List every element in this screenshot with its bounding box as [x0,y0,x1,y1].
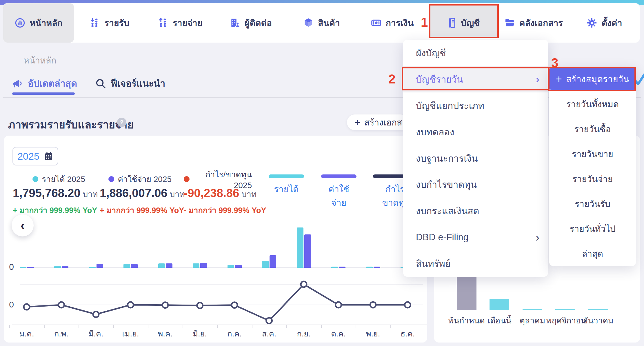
annotation-step-3: 3 [551,56,558,70]
search-icon [95,78,106,89]
nav-label: หน้าหลัก [30,16,62,30]
contacts-icon [230,17,241,28]
nav-income[interactable]: รายรับ [74,3,145,43]
income-expense-card: 2025 รายได้ 2025 1,795,768.20บาท + มากกว… [4,136,427,343]
menu-item-balance-sheet[interactable]: งบฐานะการเงิน [403,145,548,172]
submenu-item-journal-receipt[interactable]: รายวันรับ [549,191,636,216]
axis-tick [390,325,391,328]
product-box-icon [303,17,314,28]
axis-tick [321,325,322,328]
axis-tick [183,325,183,328]
calendar-icon [44,152,53,161]
ledger-book-icon [446,17,457,28]
axis-tick [252,325,252,328]
line-grid-zero [20,305,423,305]
menu-item-trial-balance[interactable]: งบทดลอง [403,119,548,145]
tab-label: อัปเดตล่าสุด [28,76,77,91]
nav-finance[interactable]: การเงิน [357,3,427,43]
create-document-label: สร้างเอกสาร [364,116,408,129]
nav-expense[interactable]: รายจ่าย [145,3,215,43]
nav-settings[interactable]: ตั้งค่า [569,3,640,43]
income-expense-chart: ม.ค.ก.พ.มี.ค.เม.ย.พ.ค.มิ.ย.ก.ค.ส.ค.ก.ย.ต… [4,136,427,343]
create-journal-label: สร้างสมุดรายวัน [566,72,629,86]
submenu-item-journal-general[interactable]: รายวันทั่วไป [549,216,636,241]
metric-yoy: + มากกว่า 999.99% YoY [100,204,172,216]
money-icon [371,17,382,28]
menu-item-label: สินทรัพย์ [416,256,539,271]
menu-item-label: งบฐานะการเงิน [416,151,539,166]
docs-bar [490,299,509,310]
expense-icon [158,17,169,28]
toggle-label: รายได้ [269,182,304,196]
metric-income: รายได้ 2025 1,795,768.20บาท + มากกว่า 99… [13,174,85,216]
metric-profit: กำไร/ขาดทุน 2025 -90,238.86บาท - มากกว่า… [184,174,252,216]
profit-dot [184,176,190,182]
chart-scroll-left-button[interactable]: ‹ [12,214,34,236]
month-label: มิ.ย. [184,327,216,340]
breadcrumb: หน้าหลัก [23,54,56,67]
docs-label: เดือนนี้ [481,314,518,327]
docs-bar [523,309,542,310]
menu-item-dbd-efiling[interactable]: DBD e-Filing› [403,224,548,250]
toggle-income-series[interactable]: รายได้ [269,174,304,196]
metric-yoy: - มากกว่า 999.99% YoY [184,204,252,216]
tab-recommended-features[interactable]: ฟีเจอร์แนะนำ [95,76,165,91]
submenu-item-journal-recent[interactable]: ล่าสุด [549,241,636,266]
menu-item-chart-of-accounts[interactable]: ผังบัญชี [403,40,548,66]
section-title: ภาพรวมรายรับและรายจ่าย [8,116,134,133]
bar-income [297,227,303,268]
submenu-item-journal-purchase[interactable]: รายวันซื้อ [549,116,636,141]
axis-tick [286,325,287,328]
month-label: ต.ค. [323,327,354,340]
nav-home[interactable]: หน้าหลัก [3,3,74,43]
expense-dot [108,176,114,182]
toggle-expense-series[interactable]: ค่าใช้จ่าย [321,174,356,210]
menu-item-daily-journal[interactable]: บัญชีรายวัน› [403,66,548,92]
month-label: ส.ค. [253,327,285,340]
year-selector[interactable]: 2025 [12,147,58,165]
menu-item-assets[interactable]: สินทรัพย์ [403,250,548,277]
menu-item-label: งบทดลอง [416,125,539,139]
expense-series-pill [321,174,356,178]
nav-accounting[interactable]: บัญชี [427,3,498,43]
plus-icon: + [556,73,562,85]
docs-bar [555,309,575,310]
x-axis-line [12,325,427,325]
month-label: ธ.ค. [392,327,424,340]
bar-expense [270,255,276,268]
menu-item-label: งบกระแสเงินสด [416,203,539,218]
line-axis-zero: 0 [4,300,14,309]
create-journal-button[interactable]: + สร้างสมุดรายวัน [549,68,636,90]
metric-value: -90,238.86 [184,187,239,199]
submenu-item-journal-payment[interactable]: รายวันจ่าย [549,166,636,191]
submenu-item-label: รายวันจ่าย [572,172,613,186]
month-label: ก.พ. [46,327,77,340]
year-value: 2025 [17,151,39,162]
nav-label: รายรับ [104,16,129,30]
tab-label: ฟีเจอร์แนะนำ [111,76,165,91]
nav-contacts[interactable]: ผู้ติดต่อ [215,3,286,43]
accounting-menu: ผังบัญชี บัญชีรายวัน› บัญชีแยกประเภท งบท… [403,40,548,277]
submenu-item-label: รายวันซื้อ [574,122,611,136]
tab-latest-updates[interactable]: อัปเดตล่าสุด [12,76,77,91]
bar-axis-zero: 0 [4,262,14,272]
nav-documents[interactable]: คลังเอกสาร [498,3,569,43]
main-navbar: หน้าหลัก รายรับ รายจ่าย ผู้ติดต่อ สินค้า… [3,3,640,43]
docs-label: พฤศจิกายน [546,314,584,327]
help-icon[interactable]: ? [117,118,126,127]
toggle-label: ค่าใช้จ่าย [321,182,356,210]
submenu-item-journal-all[interactable]: รายวันทั้งหมด [549,92,636,116]
profit-point [197,303,203,308]
month-label: ก.ค. [219,327,250,340]
menu-item-label: บัญชีแยกประเภท [416,98,539,113]
chevron-right-icon: › [536,232,539,243]
menu-item-general-ledger[interactable]: บัญชีแยกประเภท [403,92,548,119]
dashboard-icon [14,17,26,28]
annotation-step-1: 1 [421,15,428,30]
create-document-button[interactable]: + สร้างเอกสาร [347,114,408,130]
menu-item-cash-flow[interactable]: งบกระแสเงินสด [403,198,548,224]
menu-item-income-statement[interactable]: งบกำไรขาดทุน [403,171,548,198]
submenu-item-journal-sales[interactable]: รายวันขาย [549,141,636,166]
nav-products[interactable]: สินค้า [286,3,357,43]
profit-point [93,312,99,317]
